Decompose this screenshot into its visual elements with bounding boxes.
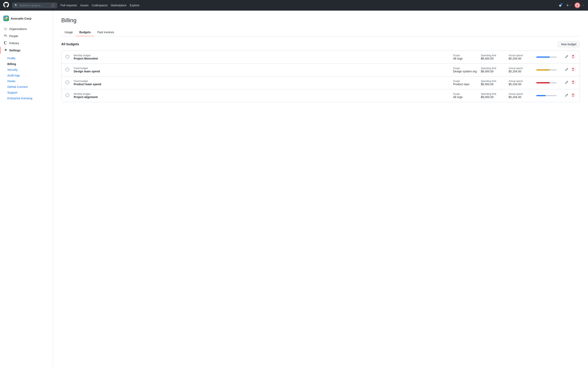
sidebar-sub-github-connect[interactable]: GitHub Connect [4, 84, 53, 90]
progress-fill-3 [536, 95, 545, 96]
budget-name-0: Project Moonshot [74, 57, 450, 60]
budget-scope-0: Scope All orgs [453, 54, 477, 60]
budget-actions-0 [564, 54, 576, 60]
budget-name-2: Product team spend [74, 83, 450, 86]
budget-status-icon-1 [66, 68, 70, 72]
budget-limit-label-2: Spending limit [481, 80, 505, 83]
budget-info-0: Monthly budget Project Moonshot [74, 54, 450, 60]
budget-progress-1 [536, 69, 561, 71]
app-layout: 🥑 Avocado Corp Organizations People [0, 11, 588, 367]
budget-scope-3: Scope All orgs [453, 92, 477, 99]
nav-issues[interactable]: Issues [80, 4, 88, 7]
sidebar-item-people[interactable]: People [0, 33, 53, 40]
budget-table: Monthly budget Project Moonshot Scope Al… [61, 50, 580, 102]
budget-limit-1: Spending limit $8,000.00 [481, 67, 505, 73]
budget-spend-value-2: $5,204.00 [509, 83, 533, 86]
budget-spend-label-1: Actual spend [509, 67, 533, 70]
budget-limit-value-2: $8,000.00 [481, 83, 505, 86]
sidebar-sub-security[interactable]: Security [4, 67, 53, 73]
budget-row-project-moonshot: Monthly budget Project Moonshot Scope Al… [61, 51, 580, 64]
budget-limit-label-3: Spending limit [481, 92, 505, 95]
budget-type-3: Monthly budget [74, 92, 450, 95]
nav-marketplace[interactable]: Marketplace [111, 4, 126, 7]
progress-fill-2 [536, 82, 550, 83]
progress-bar-1 [536, 69, 557, 71]
budget-limit-value-3: $8,000.00 [481, 95, 505, 99]
new-budget-button[interactable]: New budget [558, 41, 580, 47]
sidebar: 🥑 Avocado Corp Organizations People [0, 11, 53, 367]
delete-budget-0[interactable] [571, 54, 576, 60]
settings-sub-nav: Profile Billing Security Audit logs Hook… [0, 55, 53, 102]
budget-limit-3: Spending limit $8,000.00 [481, 92, 505, 99]
create-new-button[interactable] [565, 3, 572, 8]
settings-icon [4, 48, 7, 52]
sidebar-item-policies[interactable]: Policies [0, 40, 53, 47]
section-header: All budgets New budget [61, 41, 580, 47]
budget-spend-2: Actual spend $5,204.00 [509, 80, 533, 86]
notifications-button[interactable] [558, 3, 563, 8]
tab-past-invoices[interactable]: Past invoices [94, 29, 117, 36]
budget-scope-label-1: Scope [453, 67, 477, 70]
progress-fill-1 [536, 69, 550, 71]
budget-type-1: Fixed budget [74, 67, 450, 70]
delete-budget-1[interactable] [571, 67, 576, 73]
github-logo-icon[interactable] [3, 2, 9, 9]
sidebar-sub-profile[interactable]: Profile [4, 55, 53, 61]
budget-limit-value-1: $8,000.00 [481, 70, 505, 73]
search-icon: 🔍 [15, 4, 18, 7]
budget-type-0: Monthly budget [74, 54, 450, 57]
budget-spend-label-0: Actual spend [509, 54, 533, 57]
budget-spend-value-1: $5,204.00 [509, 70, 533, 73]
budget-scope-value-3: All orgs [453, 95, 477, 99]
budget-limit-value-0: $8,000.00 [481, 57, 505, 60]
budget-spend-value-0: $5,204.00 [509, 57, 533, 60]
budget-info-3: Monthly budget Project alignment [74, 92, 450, 99]
sidebar-item-organizations[interactable]: Organizations [0, 25, 53, 33]
sidebar-nav: Organizations People Policies Settings [0, 25, 53, 55]
budget-info-2: Fixed budget Product team spend [74, 80, 450, 86]
nav-explore[interactable]: Explore [130, 4, 139, 7]
progress-bar-2 [536, 82, 557, 83]
edit-budget-1[interactable] [564, 67, 569, 73]
search-input[interactable]: 🔍 Search or jump to... / [12, 3, 57, 8]
budget-info-1: Fixed budget Design team spend [74, 67, 450, 73]
page-title: Billing [61, 17, 580, 24]
delete-budget-2[interactable] [571, 80, 576, 86]
sidebar-sub-billing[interactable]: Billing [4, 61, 53, 67]
budget-name-3: Project alignment [74, 95, 450, 99]
sidebar-sub-hooks[interactable]: Hooks [4, 78, 53, 84]
policies-icon [4, 41, 7, 45]
edit-budget-0[interactable] [564, 54, 569, 60]
budget-status-icon-3 [66, 93, 70, 98]
people-icon [4, 34, 7, 38]
budget-status-icon-2 [66, 81, 70, 85]
sidebar-item-label-people: People [9, 34, 18, 38]
sidebar-item-settings[interactable]: Settings [0, 47, 53, 54]
budget-status-icon-0 [66, 55, 70, 59]
nav-pull-requests[interactable]: Pull requests [61, 4, 77, 7]
tab-usage[interactable]: Usage [61, 29, 76, 36]
budget-type-2: Fixed budget [74, 80, 450, 83]
budget-spend-value-3: $5,204.00 [509, 95, 533, 99]
budget-row-design-team-spend: Fixed budget Design team spend Scope Des… [61, 64, 580, 76]
top-navigation: 🔍 Search or jump to... / Pull requests I… [0, 0, 588, 11]
budget-scope-value-2: Product repo [453, 83, 477, 86]
budget-scope-label-3: Scope [453, 92, 477, 95]
sidebar-sub-support[interactable]: Support [4, 90, 53, 95]
edit-budget-2[interactable] [564, 80, 569, 86]
budget-limit-0: Spending limit $8,000.00 [481, 54, 505, 60]
budget-spend-1: Actual spend $5,204.00 [509, 67, 533, 73]
tab-budgets[interactable]: Budgets [76, 29, 94, 36]
budget-row-product-team-spend: Fixed budget Product team spend Scope Pr… [61, 76, 580, 89]
user-avatar[interactable] [575, 2, 580, 8]
sidebar-sub-enterprise-licensing[interactable]: Enterprise licensing [4, 95, 53, 101]
sidebar-sub-audit-logs[interactable]: Audit logs [4, 73, 53, 78]
top-nav-right [558, 2, 585, 8]
budget-scope-label-2: Scope [453, 80, 477, 83]
edit-budget-3[interactable] [564, 93, 569, 99]
search-placeholder: Search or jump to... [19, 4, 49, 7]
delete-budget-3[interactable] [571, 93, 576, 99]
nav-codespaces[interactable]: Codespaces [92, 4, 108, 7]
budget-actions-1 [564, 67, 576, 73]
org-header[interactable]: 🥑 Avocado Corp [0, 14, 53, 25]
